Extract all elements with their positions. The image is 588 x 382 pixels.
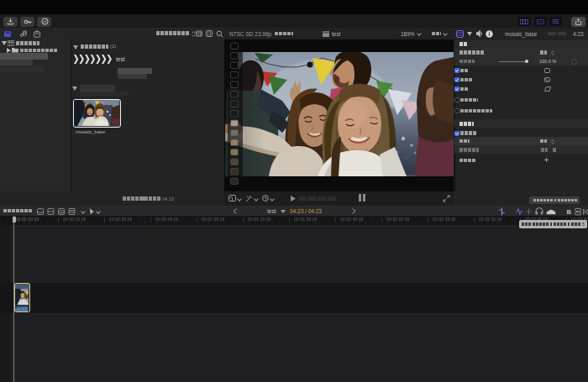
svg-text:B: B bbox=[567, 207, 572, 215]
